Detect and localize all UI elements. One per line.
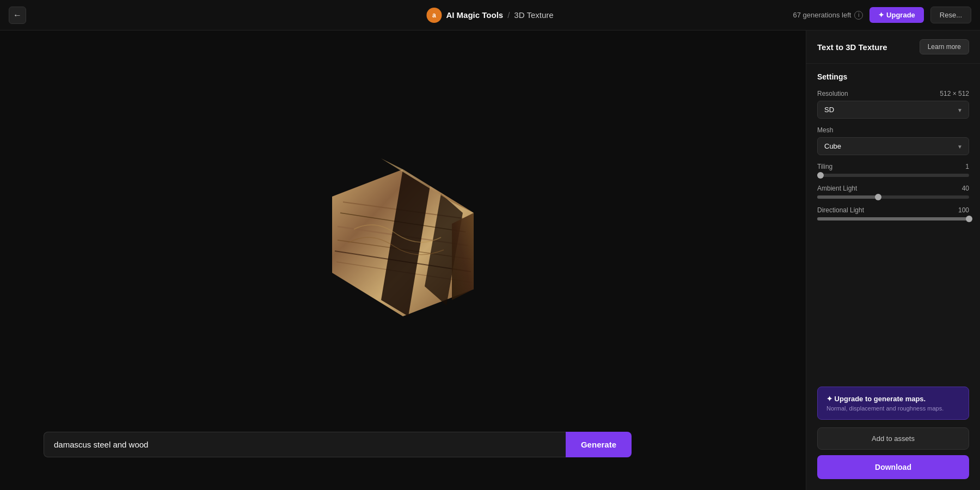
- upgrade-button[interactable]: ✦ Upgrade: [869, 7, 923, 23]
- upgrade-banner-subtitle: Normal, displacement and roughness maps.: [826, 405, 960, 412]
- directional-slider-fill: [817, 217, 969, 220]
- resolution-setting: Resolution 512 × 512 SD: [817, 90, 969, 119]
- mesh-select[interactable]: Cube: [817, 137, 969, 155]
- resolution-select-wrapper: SD: [817, 101, 969, 119]
- brand-icon: a: [426, 8, 442, 23]
- reset-button[interactable]: Rese...: [930, 7, 971, 23]
- ambient-light-setting: Ambient Light 40: [817, 185, 969, 199]
- tiling-value: 1: [965, 163, 969, 170]
- ambient-slider-thumb: [875, 194, 881, 200]
- topbar: ← a AI Magic Tools / 3D Texture 67 gener…: [0, 0, 980, 30]
- right-panel: Text to 3D Texture Learn more Settings R…: [806, 30, 980, 490]
- directional-slider-track[interactable]: [817, 217, 969, 220]
- breadcrumb-current: 3D Texture: [514, 10, 553, 20]
- resolution-value: 512 × 512: [940, 90, 969, 97]
- ambient-slider-track[interactable]: [817, 195, 969, 199]
- canvas-area: Generate: [0, 30, 806, 490]
- mesh-label: Mesh: [817, 126, 833, 134]
- panel-title: Text to 3D Texture: [817, 42, 887, 52]
- upgrade-banner: ✦ Upgrade to generate maps. Normal, disp…: [817, 387, 969, 420]
- ambient-value: 40: [962, 185, 969, 192]
- tiling-slider-track[interactable]: [817, 174, 969, 177]
- directional-slider-thumb: [966, 216, 972, 222]
- topbar-right: 67 generations left i ✦ Upgrade Rese...: [793, 7, 972, 23]
- directional-label: Directional Light: [817, 206, 864, 214]
- upgrade-banner-title: ✦ Upgrade to generate maps.: [826, 395, 960, 403]
- tiling-setting: Tiling 1: [817, 163, 969, 177]
- generations-left: 67 generations left i: [793, 11, 863, 20]
- directional-value: 100: [958, 206, 969, 214]
- mesh-setting: Mesh Cube: [817, 126, 969, 155]
- breadcrumb: a AI Magic Tools / 3D Texture: [426, 8, 553, 23]
- breadcrumb-separator: /: [507, 10, 510, 20]
- resolution-select[interactable]: SD: [817, 101, 969, 119]
- ambient-label: Ambient Light: [817, 185, 857, 192]
- back-icon: ←: [13, 10, 22, 20]
- tiling-label: Tiling: [817, 163, 832, 170]
- prompt-input[interactable]: [44, 432, 566, 457]
- add-to-assets-button[interactable]: Add to assets: [817, 427, 969, 450]
- info-icon[interactable]: i: [854, 11, 863, 20]
- 3d-model-display: [310, 142, 495, 346]
- learn-more-button[interactable]: Learn more: [920, 39, 969, 54]
- prompt-bar: Generate: [44, 432, 632, 457]
- settings-section: Settings Resolution 512 × 512 SD Mesh: [806, 64, 980, 387]
- mesh-select-wrapper: Cube: [817, 137, 969, 155]
- download-button[interactable]: Download: [817, 455, 969, 479]
- directional-light-setting: Directional Light 100: [817, 206, 969, 220]
- svg-marker-10: [452, 213, 474, 300]
- app-name: AI Magic Tools: [446, 10, 503, 20]
- tiling-slider-thumb: [817, 172, 824, 179]
- ambient-slider-fill: [817, 195, 878, 199]
- resolution-label: Resolution: [817, 90, 848, 97]
- main-layout: Generate Text to 3D Texture Learn more S…: [0, 30, 980, 490]
- back-button[interactable]: ←: [9, 7, 26, 24]
- panel-header: Text to 3D Texture Learn more: [806, 30, 980, 64]
- settings-heading: Settings: [817, 72, 969, 81]
- generate-button[interactable]: Generate: [566, 432, 632, 457]
